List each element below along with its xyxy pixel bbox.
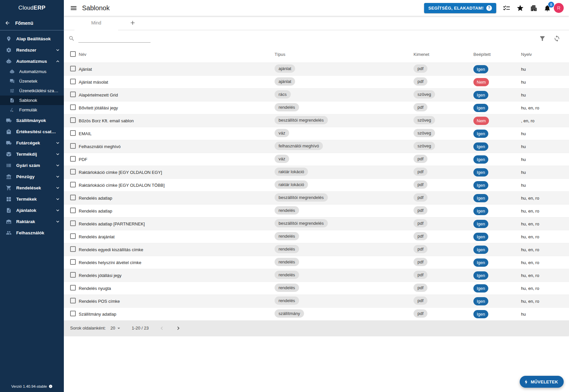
- rows-per-page-select[interactable]: 20: [110, 325, 122, 331]
- next-page-button[interactable]: [172, 322, 184, 334]
- row-checkbox[interactable]: [70, 233, 76, 239]
- builtin-cell: Igen: [473, 194, 521, 202]
- column-header-kimenet[interactable]: Kimenet: [414, 52, 473, 57]
- sidebar-item-ertekesitesi-csat[interactable]: Értékesítési csat…: [0, 126, 64, 137]
- table-row[interactable]: Rendelés helyszíni átvétel címkerendelés…: [64, 256, 569, 269]
- row-checkbox[interactable]: [70, 104, 76, 110]
- sidebar-item-rendelesek[interactable]: Rendelések: [0, 182, 64, 193]
- organization-button[interactable]: [530, 4, 538, 12]
- notifications-button[interactable]: 8: [544, 4, 551, 12]
- table-row[interactable]: Alapértelmezett GridrácsszövegIgenhu: [64, 89, 569, 101]
- row-checkbox[interactable]: [70, 298, 76, 303]
- sidebar-item-uzenetek[interactable]: Üzenetek: [0, 76, 64, 86]
- column-header-nev[interactable]: Név: [79, 52, 275, 57]
- sidebar-item-penzugy[interactable]: Pénzügy: [0, 171, 64, 182]
- builtin-cell: Igen: [473, 130, 521, 138]
- table-row[interactable]: Rendelés nyugtarendeléspdfIgenhu, en, ro: [64, 282, 569, 295]
- sidebar-item-raktarak[interactable]: Raktárak: [0, 216, 64, 227]
- sidebar-item-uzenetkuldesi-szab[interactable]: Üzenetküldési szab…: [0, 86, 64, 96]
- column-header-beepitett[interactable]: Beépített: [473, 52, 521, 57]
- column-header-nyelv[interactable]: Nyelv: [521, 52, 569, 57]
- table-row[interactable]: AjánlatajánlatpdfIgenhu: [64, 63, 569, 76]
- sidebar-item-futarcegek[interactable]: Futárcégek: [0, 137, 64, 148]
- builtin-cell: Igen: [473, 65, 521, 73]
- row-checkbox[interactable]: [70, 130, 76, 136]
- sidebar-item-gyari-szam[interactable]: Gyári szám: [0, 160, 64, 171]
- table-row[interactable]: Rendelés árajánlatrendeléspdfIgenhu, en,…: [64, 230, 569, 243]
- builtin-cell: Igen: [473, 271, 521, 280]
- sidebar-item-sablonok[interactable]: Sablonok: [0, 96, 64, 105]
- row-checkbox[interactable]: [70, 285, 76, 291]
- row-checkbox[interactable]: [70, 182, 76, 187]
- row-checkbox[interactable]: [70, 208, 76, 213]
- main-area: Sablonok SEGÍTSÉG, ELAKADTAM! ? 8 R Mind: [64, 0, 569, 392]
- sidebar-item-szallitmanyok[interactable]: Szállítmányok: [0, 115, 64, 126]
- row-checkbox[interactable]: [70, 156, 76, 162]
- sidebar-item-label: Gyári szám: [16, 163, 51, 168]
- row-checkbox[interactable]: [70, 66, 76, 71]
- row-checkbox[interactable]: [70, 311, 76, 316]
- type-cell: ajánlat: [275, 64, 414, 74]
- table-row[interactable]: Raktárlokáció címke [EGY OLDALON TÖBB]ra…: [64, 179, 569, 192]
- help-button[interactable]: SEGÍTSÉG, ELAKADTAM! ?: [424, 3, 496, 13]
- previous-page-button[interactable]: [156, 322, 168, 334]
- sidebar-back-button[interactable]: Főmenü: [0, 16, 64, 30]
- row-checkbox[interactable]: [70, 79, 76, 84]
- table-row[interactable]: Felhasználói meghívófelhasználói meghívó…: [64, 140, 569, 153]
- row-checkbox[interactable]: [70, 92, 76, 97]
- type-cell: raktár lokáció: [275, 168, 414, 177]
- languages: hu: [521, 183, 569, 188]
- select-all-checkbox[interactable]: [70, 51, 76, 57]
- row-checkbox[interactable]: [70, 272, 76, 278]
- row-checkbox[interactable]: [70, 220, 76, 226]
- task-list-button[interactable]: [503, 4, 510, 12]
- table-row[interactable]: Rendelés jótállási jegyrendeléspdfIgenhu…: [64, 269, 569, 282]
- chevron-down-icon: [55, 219, 61, 224]
- sidebar-item-felhasznalok[interactable]: Felhasználók: [0, 227, 64, 238]
- favorites-button[interactable]: [516, 4, 524, 12]
- row-checkbox[interactable]: [70, 246, 76, 252]
- row-checkbox[interactable]: [70, 195, 76, 200]
- sidebar-item-automatizmus[interactable]: Automatizmus: [0, 56, 64, 67]
- add-tab-button[interactable]: [118, 16, 147, 30]
- output-chip: pdf: [414, 193, 427, 202]
- sidebar-item-automatizmus[interactable]: Automatizmus: [0, 67, 64, 76]
- actions-button[interactable]: MŰVELETEK: [520, 376, 564, 388]
- row-checkbox[interactable]: [70, 259, 76, 265]
- languages: hu: [521, 170, 569, 175]
- filter-icon[interactable]: [539, 35, 546, 42]
- help-icon: ?: [486, 5, 492, 11]
- column-header-tipus[interactable]: Típus: [275, 52, 414, 57]
- hamburger-menu-button[interactable]: [68, 2, 79, 14]
- sidebar-item-termekdij[interactable]: Termékdíj: [0, 148, 64, 160]
- table-row[interactable]: Bűzös Borz Kft. email sablonbeszállítói …: [64, 114, 569, 127]
- languages: hu: [521, 67, 569, 72]
- avatar[interactable]: R: [554, 3, 564, 13]
- sidebar-item-formulak[interactable]: xFormulák: [0, 105, 64, 115]
- table-row[interactable]: Bővített jótállási jegyrendeléspdfIgenhu…: [64, 101, 569, 114]
- table-row[interactable]: PDFvázpdfIgenhu: [64, 153, 569, 166]
- sidebar-item-rendszer[interactable]: Rendszer: [0, 44, 64, 56]
- table-row[interactable]: Szállítmány adatlapszállítmánypdfIgenhu: [64, 308, 569, 321]
- table-row[interactable]: Rendelés egyedi kiszállítás címkerendelé…: [64, 243, 569, 256]
- output-chip: szöveg: [414, 142, 435, 150]
- sidebar-item-termekek[interactable]: Termékek: [0, 193, 64, 205]
- table-row[interactable]: EMAILvázszövegIgenhu: [64, 127, 569, 140]
- search-input[interactable]: [78, 34, 151, 43]
- formula-icon: x: [9, 107, 15, 113]
- languages: hu, en, ro: [521, 299, 569, 304]
- table-row[interactable]: Rendelés adatlap [PARTNERNEK]beszállítói…: [64, 217, 569, 230]
- table-row[interactable]: Rendelés adatlaprendeléspdfIgenhu, en, r…: [64, 205, 569, 217]
- table-row[interactable]: Rendelés POS címkerendeléspdfIgenhu, en,…: [64, 295, 569, 308]
- row-checkbox[interactable]: [70, 143, 76, 149]
- settings-icon: [6, 47, 12, 53]
- tab-mind[interactable]: Mind: [74, 16, 118, 30]
- table-row[interactable]: Rendelés adatlapbeszállítói megrendelésp…: [64, 192, 569, 205]
- table-row[interactable]: Ajánlat másolatajánlatpdfNemhu: [64, 76, 569, 89]
- row-checkbox[interactable]: [70, 117, 76, 123]
- table-row[interactable]: Raktárlokáció címke [EGY OLDALON EGY]rak…: [64, 166, 569, 179]
- row-checkbox[interactable]: [70, 169, 76, 175]
- sidebar-item-alap-beallitasok[interactable]: Alap Beállítások: [0, 33, 64, 44]
- sidebar-item-ajanlatok[interactable]: Ajánlatok: [0, 205, 64, 216]
- refresh-icon[interactable]: [553, 35, 560, 42]
